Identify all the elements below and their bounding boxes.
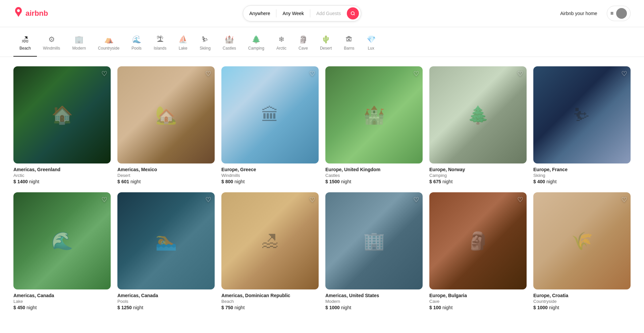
listing-card-4[interactable]: 🏰 ♡ Europe, United Kingdom Castles $ 150… (325, 66, 423, 184)
listing-card-2[interactable]: 🏡 ♡ Americas, Mexico Desert $ 601 night (117, 66, 215, 184)
beach-icon: 🏖 (21, 35, 29, 44)
card-category-11: Cave (429, 299, 527, 304)
wishlist-button-2[interactable]: ♡ (205, 70, 211, 78)
card-category-8: Pools (117, 299, 215, 304)
card-price-amount-6: $ 400 (533, 179, 545, 184)
listing-card-5[interactable]: 🌲 ♡ Europe, Norway Camping $ 675 night (429, 66, 527, 184)
category-nav: 🏖 Beach ⚙ Windmills 🏢 Modern ⛺ Countrysi… (0, 27, 644, 57)
barns-icon: 🏚 (345, 35, 353, 44)
card-price-amount-11: $ 100 (429, 305, 441, 310)
listing-card-3[interactable]: 🏛 ♡ Europe, Greece Windmills $ 800 night (221, 66, 319, 184)
category-label-lake: Lake (179, 46, 187, 51)
anywhere-button[interactable]: Anywhere (243, 6, 276, 21)
card-image-2: 🏡 (117, 66, 215, 163)
wishlist-button-8[interactable]: ♡ (205, 196, 211, 204)
arctic-icon: ❄ (278, 35, 284, 44)
category-item-modern[interactable]: 🏢 Modern (66, 32, 92, 57)
card-image-wrap: 🗿 ♡ (429, 192, 527, 289)
wishlist-button-7[interactable]: ♡ (101, 196, 107, 204)
card-category-5: Camping (429, 173, 527, 178)
category-item-camping[interactable]: 🌲 Camping (242, 32, 270, 57)
card-category-12: Countryside (533, 299, 631, 304)
card-image-wrap: 🏢 ♡ (325, 192, 423, 289)
category-item-lux[interactable]: 💎 Lux (361, 32, 382, 57)
card-price-11: $ 100 night (429, 305, 527, 310)
listing-card-11[interactable]: 🗿 ♡ Europe, Bulgaria Cave $ 100 night (429, 192, 527, 310)
card-category-4: Castles (325, 173, 423, 178)
category-item-castles[interactable]: 🏰 Castles (217, 32, 242, 57)
category-label-beach: Beach (19, 46, 31, 51)
card-location-11: Europe, Bulgaria (429, 293, 527, 298)
listing-card-10[interactable]: 🏢 ♡ Americas, United States Modern $ 100… (325, 192, 423, 310)
card-price-3: $ 800 night (221, 179, 319, 184)
listing-card-12[interactable]: 🌾 ♡ Europe, Croatia Countryside $ 1000 n… (533, 192, 631, 310)
listing-card-6[interactable]: ⛷ ♡ Europe, France Skiing $ 400 night (533, 66, 631, 184)
card-image-wrap: ⛷ ♡ (533, 66, 631, 163)
category-label-cave: Cave (299, 46, 308, 51)
card-image-3: 🏛 (221, 66, 319, 163)
category-item-skiing[interactable]: ⛷ Skiing (194, 32, 217, 57)
countryside-icon: ⛺ (104, 35, 113, 44)
category-item-barns[interactable]: 🏚 Barns (338, 32, 360, 57)
wishlist-button-5[interactable]: ♡ (517, 70, 523, 78)
category-label-arctic: Arctic (276, 46, 286, 51)
skiing-icon: ⛷ (202, 35, 209, 44)
category-item-pools[interactable]: 🌊 Pools (125, 32, 148, 57)
card-image-wrap: 🌊 ♡ (13, 192, 111, 289)
category-item-countryside[interactable]: ⛺ Countryside (92, 32, 125, 57)
category-label-countryside: Countryside (98, 46, 119, 51)
airbnb-logo-icon (13, 7, 23, 20)
add-guests-button[interactable]: Add Guests (310, 6, 347, 21)
card-price-amount-4: $ 1500 (325, 179, 340, 184)
card-location-2: Americas, Mexico (117, 167, 215, 172)
wishlist-button-12[interactable]: ♡ (621, 196, 627, 204)
header-right: Airbnb your home ≡ (556, 6, 631, 21)
islands-icon: 🏝 (156, 35, 164, 44)
card-image-wrap: 🏰 ♡ (325, 66, 423, 163)
category-item-desert[interactable]: 🌵 Desert (314, 32, 338, 57)
listing-card-9[interactable]: 🏖 ♡ Americas, Dominican Republic Beach $… (221, 192, 319, 310)
wishlist-button-1[interactable]: ♡ (101, 70, 107, 78)
category-item-islands[interactable]: 🏝 Islands (148, 32, 172, 57)
card-image-6: ⛷ (533, 66, 631, 163)
listing-card-1[interactable]: 🏠 ♡ Americas, Greenland Arctic $ 1400 ni… (13, 66, 111, 184)
search-bar: Anywhere Any Week Add Guests (243, 5, 361, 21)
category-item-lake[interactable]: ⛵ Lake (172, 32, 194, 57)
menu-button[interactable]: ≡ (607, 6, 631, 21)
card-image-wrap: 🏛 ♡ (221, 66, 319, 163)
card-price-amount-1: $ 1400 (13, 179, 28, 184)
card-category-10: Modern (325, 299, 423, 304)
host-link[interactable]: Airbnb your home (556, 8, 601, 19)
card-image-wrap: 🏊 ♡ (117, 192, 215, 289)
wishlist-button-6[interactable]: ♡ (621, 70, 627, 78)
category-item-cave[interactable]: 🗿 Cave (292, 32, 314, 57)
category-item-windmills[interactable]: ⚙ Windmills (37, 32, 66, 57)
logo[interactable]: airbnb (13, 7, 48, 20)
card-price-amount-9: $ 750 (221, 305, 233, 310)
card-category-1: Arctic (13, 173, 111, 178)
wishlist-button-3[interactable]: ♡ (309, 70, 315, 78)
card-price-unit-3: night (234, 179, 245, 184)
wishlist-button-9[interactable]: ♡ (309, 196, 315, 204)
card-category-9: Beach (221, 299, 319, 304)
any-week-button[interactable]: Any Week (276, 6, 310, 21)
category-item-arctic[interactable]: ❄ Arctic (270, 32, 292, 57)
hamburger-icon: ≡ (610, 10, 613, 16)
listing-card-7[interactable]: 🌊 ♡ Americas, Canada Lake $ 450 night (13, 192, 111, 310)
card-price-1: $ 1400 night (13, 179, 111, 184)
card-image-wrap: 🌲 ♡ (429, 66, 527, 163)
wishlist-button-11[interactable]: ♡ (517, 196, 523, 204)
card-price-unit-7: night (26, 305, 37, 310)
card-price-5: $ 675 night (429, 179, 527, 184)
search-button[interactable] (347, 7, 359, 19)
card-price-unit-11: night (442, 305, 452, 310)
wishlist-button-10[interactable]: ♡ (413, 196, 419, 204)
card-price-unit-12: night (549, 305, 559, 310)
category-item-beach[interactable]: 🏖 Beach (13, 32, 37, 57)
listing-card-8[interactable]: 🏊 ♡ Americas, Canada Pools $ 1250 night (117, 192, 215, 310)
lux-icon: 💎 (367, 35, 376, 44)
category-label-pools: Pools (131, 46, 142, 51)
card-price-8: $ 1250 night (117, 305, 215, 310)
category-label-skiing: Skiing (200, 46, 211, 51)
wishlist-button-4[interactable]: ♡ (413, 70, 419, 78)
